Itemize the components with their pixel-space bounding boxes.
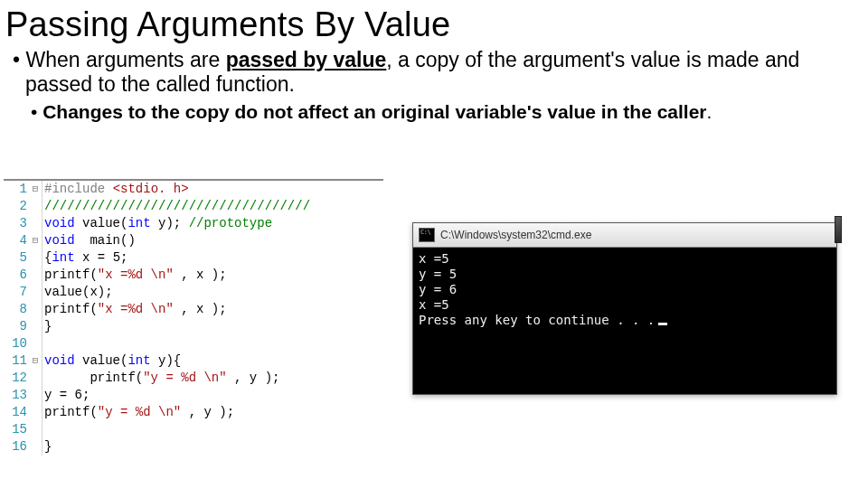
code-text: } bbox=[42, 318, 52, 335]
fold-gutter bbox=[29, 421, 42, 438]
line-number: 13 bbox=[4, 387, 29, 404]
code-text: } bbox=[42, 438, 52, 455]
code-line: 12 printf("y = %d \n" , y ); bbox=[4, 370, 383, 387]
sub-bullet-1: Changes to the copy do not affect an ori… bbox=[31, 100, 868, 123]
fold-gutter bbox=[29, 249, 42, 267]
code-line: 14 printf("y = %d \n" , y ); bbox=[4, 404, 383, 421]
sub-bullet-1-text: Changes to the copy do not affect an ori… bbox=[42, 101, 706, 122]
fold-gutter bbox=[29, 335, 42, 352]
fold-gutter bbox=[29, 404, 42, 421]
code-text: void main() bbox=[42, 232, 136, 249]
console-output: x =5 y = 5 y = 6 x =5 Press any key to c… bbox=[413, 248, 836, 394]
line-number: 2 bbox=[4, 198, 29, 215]
fold-gutter bbox=[29, 370, 42, 387]
code-line: 3 void value(int y); //prototype bbox=[4, 215, 383, 232]
line-number: 10 bbox=[4, 335, 29, 352]
fold-gutter bbox=[29, 301, 42, 318]
line-number: 4 bbox=[4, 232, 29, 249]
code-text: printf("y = %d \n" , y ); bbox=[42, 370, 279, 387]
cmd-icon bbox=[419, 228, 435, 242]
code-text: printf("x =%d \n" , x ); bbox=[42, 301, 227, 318]
code-line: 6 printf("x =%d \n" , x ); bbox=[4, 267, 383, 284]
bullet-1-em: passed by value bbox=[226, 48, 387, 71]
fold-gutter bbox=[29, 284, 42, 301]
code-text: #include <stdio. h> bbox=[42, 181, 189, 198]
line-number: 14 bbox=[4, 404, 29, 421]
line-number: 12 bbox=[4, 370, 29, 387]
code-line: 9 } bbox=[4, 318, 383, 335]
code-line: 10 bbox=[4, 335, 383, 352]
fold-gutter bbox=[29, 267, 42, 284]
line-number: 5 bbox=[4, 249, 29, 267]
line-number: 15 bbox=[4, 421, 29, 438]
code-line: 13 y = 6; bbox=[4, 387, 383, 404]
fold-gutter[interactable]: ⊟ bbox=[29, 181, 42, 198]
fold-gutter[interactable]: ⊟ bbox=[29, 352, 42, 370]
window-frame-edge bbox=[835, 216, 842, 243]
code-text bbox=[42, 335, 44, 352]
code-text: /////////////////////////////////// bbox=[42, 198, 310, 215]
code-text: printf("y = %d \n" , y ); bbox=[42, 404, 234, 421]
code-text: {int x = 5; bbox=[42, 249, 127, 267]
code-text: printf("x =%d \n" , x ); bbox=[42, 267, 227, 284]
cursor bbox=[658, 323, 667, 325]
console-window: C:\Windows\system32\cmd.exe x =5 y = 5 y… bbox=[412, 222, 837, 395]
bullet-list: When arguments are passed by value, a co… bbox=[13, 48, 868, 97]
line-number: 7 bbox=[4, 284, 29, 301]
code-line: 4⊟void main() bbox=[4, 232, 383, 249]
sub-bullet-1-tail: . bbox=[707, 101, 712, 122]
fold-gutter bbox=[29, 198, 42, 215]
code-line: 8 printf("x =%d \n" , x ); bbox=[4, 301, 383, 318]
bullet-1: When arguments are passed by value, a co… bbox=[13, 48, 850, 97]
code-line: 15 bbox=[4, 421, 383, 438]
code-text bbox=[42, 421, 44, 438]
console-titlebar[interactable]: C:\Windows\system32\cmd.exe bbox=[413, 223, 836, 248]
line-number: 11 bbox=[4, 352, 29, 370]
code-line: 11⊟void value(int y){ bbox=[4, 352, 383, 370]
code-text: value(x); bbox=[42, 284, 113, 301]
line-number: 6 bbox=[4, 267, 29, 284]
line-number: 3 bbox=[4, 215, 29, 232]
sub-bullet-list: Changes to the copy do not affect an ori… bbox=[31, 100, 868, 123]
code-line: 16 } bbox=[4, 438, 383, 455]
console-title-text: C:\Windows\system32\cmd.exe bbox=[440, 229, 591, 241]
line-number: 1 bbox=[4, 181, 29, 198]
fold-gutter bbox=[29, 438, 42, 455]
bullet-1-pre: When arguments are bbox=[25, 48, 225, 71]
line-number: 8 bbox=[4, 301, 29, 318]
fold-gutter[interactable]: ⊟ bbox=[29, 232, 42, 249]
code-line: 1⊟#include <stdio. h> bbox=[4, 181, 383, 198]
slide: Passing Arguments By Value When argument… bbox=[0, 5, 868, 488]
code-editor: 1⊟#include <stdio. h>2 /////////////////… bbox=[4, 179, 383, 455]
line-number: 9 bbox=[4, 318, 29, 335]
code-text: y = 6; bbox=[42, 387, 90, 404]
code-text: void value(int y); //prototype bbox=[42, 215, 272, 232]
code-line: 2 /////////////////////////////////// bbox=[4, 198, 383, 215]
code-line: 7 value(x); bbox=[4, 284, 383, 301]
slide-title: Passing Arguments By Value bbox=[5, 5, 868, 44]
fold-gutter bbox=[29, 387, 42, 404]
fold-gutter bbox=[29, 215, 42, 232]
code-text: void value(int y){ bbox=[42, 352, 181, 370]
line-number: 16 bbox=[4, 438, 29, 455]
code-line: 5 {int x = 5; bbox=[4, 249, 383, 267]
fold-gutter bbox=[29, 318, 42, 335]
